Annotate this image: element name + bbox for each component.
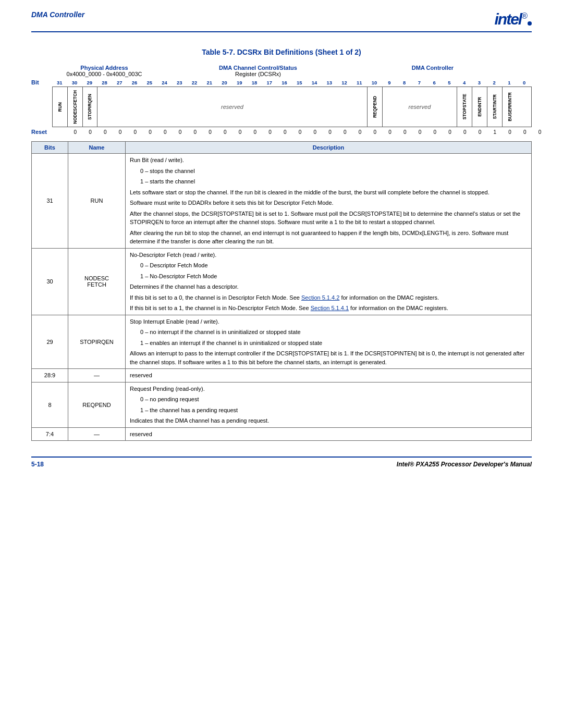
reset-val-15: 0	[292, 129, 308, 135]
bit-num-8: 8	[397, 80, 412, 85]
bit-num-30: 30	[67, 80, 82, 85]
desc-paragraph: If this bit is set to a 0, the channel i…	[130, 293, 527, 302]
reg-cell-label: STOPSTATE	[462, 94, 467, 120]
cell-name: —	[68, 369, 126, 382]
cell-bits: 7:4	[32, 427, 68, 441]
desc-paragraph: 1 – enables an interrupt if the channel …	[130, 339, 527, 348]
bit-num-16: 16	[277, 80, 292, 85]
desc-paragraph: After clearing the run bit to stop the c…	[130, 229, 527, 246]
reg-cell-startintr: STARTINTR	[487, 87, 503, 127]
reg-cell-reqpend: REQPEND	[368, 87, 383, 127]
register-headers: Physical Address 0x4000_0000 - 0x4000_00…	[52, 65, 532, 77]
footer-page: 5-18	[31, 461, 44, 468]
reset-val-7: 0	[173, 129, 188, 135]
dma-label: DMA Controller	[334, 65, 532, 71]
reset-val-13: 0	[263, 129, 278, 135]
bit-num-18: 18	[247, 80, 262, 85]
bit-num-4: 4	[457, 80, 472, 85]
reset-val-0: 0	[68, 129, 83, 135]
reset-val-19: 0	[352, 129, 368, 135]
desc-paragraph: No-Descriptor Fetch (read / write).	[130, 251, 527, 260]
cell-bits: 8	[32, 382, 68, 427]
reset-val-4: 0	[128, 129, 143, 135]
reg-cell-label: reserved	[221, 104, 243, 110]
reset-val-12: 0	[248, 129, 263, 135]
desc-paragraph: reserved	[130, 430, 527, 439]
desc-paragraph: 1 – starts the channel	[130, 177, 527, 186]
desc-paragraph: After the channel stops, the DCSR[STOPST…	[130, 209, 527, 227]
bit-num-15: 15	[292, 80, 307, 85]
cell-name: REQPEND	[68, 382, 126, 427]
section-link[interactable]: Section 5.1.4.1	[311, 305, 349, 311]
reg-cell-buserrintr: BUSERRINTR	[503, 87, 518, 127]
bit-num-24: 24	[157, 80, 172, 85]
desc-paragraph: 0 – stops the channel	[130, 167, 527, 176]
table-row: 7:4—reserved	[32, 427, 532, 441]
cell-bits: 28:9	[32, 369, 68, 382]
reg-cell-stopstate: STOPSTATE	[457, 87, 472, 127]
intel-logo: intel®	[495, 10, 532, 28]
reg-cell-label: ENDINTR	[477, 97, 482, 117]
reg-cell-reserved: reserved	[383, 87, 458, 127]
reset-val-16: 0	[308, 129, 323, 135]
bit-num-0: 0	[517, 80, 532, 85]
reg-cell-label: reserved	[408, 104, 431, 110]
register-diagram: RUNNODESCFETCHSTOPIRQENreservedREQPENDre…	[52, 87, 532, 127]
table-row: 8REQPENDRequest Pending (read-only).0 – …	[32, 382, 532, 427]
reset-val-28: 1	[487, 129, 503, 135]
reset-val-30: 0	[518, 129, 533, 135]
bit-numbers: 3130292827262524232221201918171615141312…	[52, 80, 532, 85]
desc-paragraph: 1 – No-Descriptor Fetch Mode	[130, 272, 527, 281]
ctrl-label: DMA Channel Control/Status	[198, 65, 318, 71]
reset-val-8: 0	[188, 129, 203, 135]
reset-val-5: 0	[143, 129, 158, 135]
reg-cell-nodescfetch: NODESCFETCH	[68, 87, 83, 127]
reg-cell-label: BUSERRINTR	[507, 92, 512, 121]
register-diagram-row: RUNNODESCFETCHSTOPIRQENreservedREQPENDre…	[52, 87, 532, 127]
phys-addr-block: Physical Address 0x4000_0000 - 0x4000_00…	[52, 65, 156, 77]
col-desc: Description	[126, 142, 532, 154]
desc-paragraph: Indicates that the DMA channel has a pen…	[130, 416, 527, 425]
col-name: Name	[68, 142, 126, 154]
desc-paragraph: Run Bit (read / write).	[130, 156, 527, 165]
bit-num-9: 9	[382, 80, 397, 85]
desc-paragraph: 0 – no pending request	[130, 395, 527, 404]
dma-block: DMA Controller	[334, 65, 532, 77]
reset-val-6: 0	[158, 129, 173, 135]
bit-num-13: 13	[322, 80, 337, 85]
reset-val-14: 0	[278, 129, 293, 135]
reg-cell-stopirqen: STOPIRQEN	[83, 87, 98, 127]
ctrl-block: DMA Channel Control/Status Register (DCS…	[198, 65, 318, 77]
bit-num-17: 17	[262, 80, 277, 85]
bit-num-19: 19	[232, 80, 247, 85]
definitions-table: Bits Name Description 31RUNRun Bit (read…	[31, 141, 532, 441]
desc-paragraph: If this bit is set to a 1, the channel i…	[130, 304, 527, 313]
reset-val-25: 0	[443, 129, 458, 135]
reset-row: Reset 00000000000000000000000000001000	[31, 129, 532, 135]
col-bits: Bits	[32, 142, 68, 154]
page-header: DMA Controller intel®	[31, 10, 532, 32]
desc-paragraph: Software must write to DDADRx before it …	[130, 199, 527, 207]
phys-addr-value: 0x4000_0000 - 0x4000_003C	[52, 71, 156, 77]
desc-paragraph: Request Pending (read-only).	[130, 385, 527, 393]
desc-paragraph: reserved	[130, 371, 527, 380]
bit-num-12: 12	[337, 80, 352, 85]
bit-num-5: 5	[442, 80, 457, 85]
bit-numbers-row: Bit 313029282726252423222120191817161514…	[31, 79, 532, 85]
bit-num-1: 1	[502, 80, 517, 85]
table-row: 28:9—reserved	[32, 369, 532, 382]
reset-val-2: 0	[98, 129, 113, 135]
bit-num-2: 2	[487, 80, 502, 85]
reset-val-29: 0	[503, 129, 518, 135]
section-link[interactable]: Section 5.1.4.2	[301, 294, 339, 301]
ctrl-value: Register (DCSRx)	[198, 71, 318, 77]
page-footer: 5-18 Intel® PXA255 Processor Developer's…	[31, 456, 532, 468]
desc-paragraph: Stop Interrupt Enable (read / write).	[130, 317, 527, 326]
bit-num-23: 23	[172, 80, 187, 85]
bit-num-26: 26	[127, 80, 142, 85]
reg-cell-label: NODESCFETCH	[72, 90, 78, 124]
table-row: 29STOPIRQENStop Interrupt Enable (read /…	[32, 315, 532, 369]
cell-bits: 30	[32, 248, 68, 315]
table-row: 30NODESC FETCHNo-Descriptor Fetch (read …	[32, 248, 532, 315]
desc-paragraph: Determines if the channel has a descript…	[130, 282, 527, 291]
